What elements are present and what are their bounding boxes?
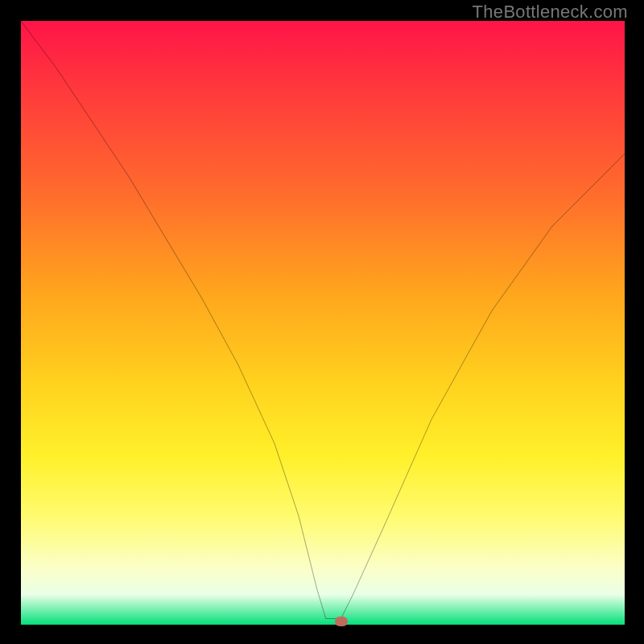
- chart-frame: TheBottleneck.com: [0, 0, 644, 644]
- watermark-text: TheBottleneck.com: [473, 2, 628, 23]
- plot-area: [21, 21, 625, 625]
- curve-svg: [21, 21, 625, 625]
- bottleneck-curve: [21, 21, 625, 619]
- minimum-marker: [335, 617, 348, 626]
